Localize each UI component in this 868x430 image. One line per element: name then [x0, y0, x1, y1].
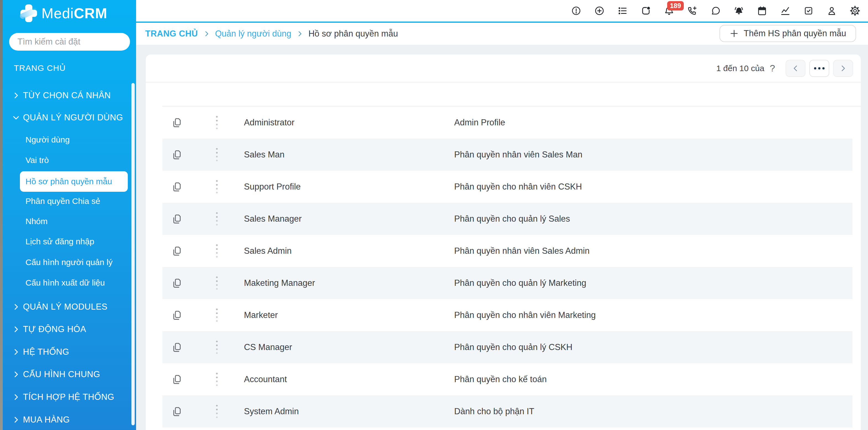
table-row[interactable]: Sales Manager Phân quyền cho quản lý Sal…	[162, 203, 852, 235]
activity-dot-icon[interactable]	[641, 5, 651, 16]
top-toolbar: 189	[136, 0, 868, 22]
table-row[interactable]: Sales Man Phân quyền nhân viên Sales Man	[162, 139, 852, 171]
duplicate-icon[interactable]	[171, 278, 182, 288]
table-row[interactable]: Support Profile Phân quyền cho nhân viên…	[162, 171, 852, 203]
chevron-right-icon	[11, 369, 21, 379]
settings-gear-icon[interactable]	[850, 5, 860, 16]
sidebar-section-integration[interactable]: TÍCH HỢP HỆ THỐNG	[3, 391, 136, 403]
table-row[interactable]: Accountant Phân quyền cho kế toán	[162, 363, 852, 395]
ellipsis-icon	[814, 67, 816, 69]
list-icon[interactable]	[617, 5, 628, 16]
sidebar-item-phan-quyen-chia-se[interactable]: Phân quyền Chia sẻ	[3, 195, 136, 207]
profile-name: Marketer	[244, 310, 454, 320]
sidebar-scrollbar[interactable]	[131, 83, 135, 425]
section-label: TỰ ĐỘNG HÓA	[23, 324, 86, 334]
sidebar-item-label: Lịch sử đăng nhập	[26, 237, 94, 246]
brand-medi: Medi	[41, 5, 74, 21]
table-row[interactable]: System Admin Dành cho bộ phận IT	[162, 395, 852, 428]
bell-icon[interactable]: 189	[664, 5, 674, 16]
checkbox-icon[interactable]	[803, 5, 814, 16]
main-area: 189 TRANG CHỦ Quản lý người dùng	[136, 0, 868, 430]
sidebar-item-lich-su-dang-nhap[interactable]: Lịch sử đăng nhập	[3, 236, 136, 248]
table-row[interactable]: Administrator Admin Profile	[162, 106, 852, 139]
duplicate-icon[interactable]	[171, 406, 182, 417]
duplicate-icon[interactable]	[171, 310, 182, 321]
medical-cross-icon	[21, 4, 37, 22]
duplicate-icon[interactable]	[171, 117, 182, 128]
sidebar-item-nguoi-dung[interactable]: Người dùng	[3, 134, 136, 146]
brand-name: MediCRM	[41, 5, 107, 22]
row-actions-menu-icon[interactable]	[215, 405, 219, 418]
duplicate-icon[interactable]	[171, 342, 182, 353]
add-permission-profile-button[interactable]: Thêm HS phân quyền mẫu	[719, 25, 857, 42]
plus-circle-icon[interactable]	[594, 5, 604, 16]
profile-list: Administrator Admin Profile Sales Man Ph…	[146, 106, 861, 428]
row-actions-menu-icon[interactable]	[215, 309, 219, 322]
profile-description: Phân quyền cho quản lý Marketing	[454, 278, 852, 288]
table-row[interactable]: Maketing Manager Phân quyền cho quản lý …	[162, 267, 852, 299]
duplicate-icon[interactable]	[171, 374, 182, 385]
table-header-strip	[162, 83, 861, 106]
user-icon[interactable]	[827, 5, 837, 16]
row-actions-menu-icon[interactable]	[215, 212, 219, 225]
app-logo[interactable]: MediCRM	[21, 4, 107, 22]
sidebar-section-modules[interactable]: QUẢN LÝ MODULES	[3, 301, 136, 313]
row-actions-menu-icon[interactable]	[215, 116, 219, 129]
help-icon[interactable]: ?	[770, 63, 775, 73]
sidebar-section-automation[interactable]: TỰ ĐỘNG HÓA	[3, 323, 136, 335]
duplicate-icon[interactable]	[171, 181, 182, 192]
calendar-icon[interactable]	[757, 5, 767, 16]
sidebar-section-system[interactable]: HỆ THỐNG	[3, 346, 136, 358]
breadcrumb-home[interactable]: TRANG CHỦ	[145, 29, 198, 39]
sidebar-item-ho-so-phan-quyen-mau-active[interactable]: Hồ sơ phân quyền mẫu	[20, 171, 128, 192]
duplicate-icon[interactable]	[171, 213, 182, 224]
bell-ring-icon[interactable]	[734, 5, 744, 16]
more-pages-button[interactable]	[809, 60, 829, 77]
section-label: TÍCH HỢP HỆ THỐNG	[23, 392, 114, 402]
row-actions-menu-icon[interactable]	[215, 244, 219, 257]
duplicate-icon[interactable]	[171, 149, 182, 160]
section-label: QUẢN LÝ NGƯỜI DÙNG	[23, 113, 123, 123]
profile-name: Support Profile	[244, 182, 454, 192]
profile-description: Phân quyền cho kế toán	[454, 374, 852, 385]
sidebar-item-vai-tro[interactable]: Vai trò	[3, 154, 136, 166]
row-actions-menu-icon[interactable]	[215, 180, 219, 193]
profile-name: Sales Manager	[244, 214, 454, 224]
sidebar-item-cau-hinh-xuat-du-lieu[interactable]: Cấu hình xuất dữ liệu	[3, 277, 136, 289]
profile-description: Phân quyền cho quản lý CSKH	[454, 342, 852, 352]
sidebar-item-label: Nhóm	[26, 217, 48, 226]
profile-name: Administrator	[244, 118, 454, 128]
next-page-button[interactable]	[833, 60, 853, 77]
breadcrumb-user-management[interactable]: Quản lý người dùng	[215, 29, 291, 39]
row-actions-menu-icon[interactable]	[215, 341, 219, 354]
phone-plus-icon[interactable]	[687, 5, 698, 16]
table-row[interactable]: CS Manager Phân quyền cho quản lý CSKH	[162, 331, 852, 363]
sidebar-item-nhom[interactable]: Nhóm	[3, 215, 136, 227]
sidebar-section-user-management[interactable]: QUẢN LÝ NGƯỜI DÙNG	[3, 112, 136, 124]
sidebar-item-home[interactable]: TRANG CHỦ	[14, 63, 66, 73]
duplicate-icon[interactable]	[171, 245, 182, 256]
sidebar-section-general-config[interactable]: CẤU HÌNH CHUNG	[3, 368, 136, 380]
profile-description: Phân quyền cho nhân viên Marketing	[454, 310, 852, 320]
chevron-right-icon	[11, 324, 21, 334]
chevron-down-icon	[11, 113, 21, 123]
row-actions-menu-icon[interactable]	[215, 148, 219, 161]
chat-icon[interactable]	[710, 5, 721, 16]
row-actions-menu-icon[interactable]	[215, 276, 219, 290]
sidebar-section-personal-options[interactable]: TÙY CHỌN CÁ NHÂN	[3, 89, 136, 101]
sidebar-item-cau-hinh-nguoi-quan-ly[interactable]: Cấu hình người quản lý	[3, 256, 136, 268]
prev-page-button[interactable]	[785, 60, 805, 77]
seal-alert-icon[interactable]	[571, 5, 582, 16]
section-label: TÙY CHỌN CÁ NHÂN	[23, 91, 111, 100]
settings-search-input[interactable]	[9, 33, 130, 51]
table-row[interactable]: Marketer Phân quyền cho nhân viên Market…	[162, 299, 852, 331]
section-label: QUẢN LÝ MODULES	[23, 302, 107, 312]
row-actions-menu-icon[interactable]	[215, 373, 219, 386]
sidebar-item-label: Cấu hình xuất dữ liệu	[26, 278, 105, 287]
chevron-right-icon	[11, 392, 21, 402]
line-chart-icon[interactable]	[780, 5, 790, 16]
profile-description: Phân quyền cho quản lý Sales	[454, 214, 852, 224]
chevron-right-icon	[11, 415, 21, 425]
sidebar-section-purchasing[interactable]: MUA HÀNG	[3, 414, 136, 426]
table-row[interactable]: Sales Admin Phân quyền nhân viên Sales A…	[162, 235, 852, 267]
